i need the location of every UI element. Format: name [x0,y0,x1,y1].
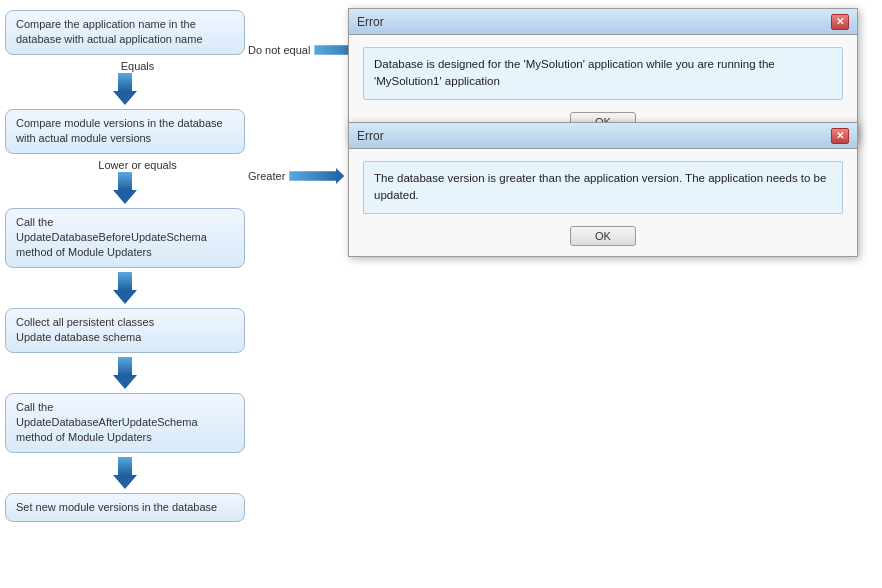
arrow-head-4 [113,375,137,389]
arrow-down-3 [113,272,137,304]
arrow-shaft-3 [118,272,132,290]
arrow-head-1 [113,91,137,105]
arrow-shaft-2 [118,172,132,190]
label-do-not-equal: Do not equal [248,44,310,56]
arrow-down-4 [113,357,137,389]
step5-box: Call the UpdateDatabaseAfterUpdateSchema… [5,393,245,453]
flow-step-6: Set new module versions in the database [5,493,245,522]
dialog-2-close-button[interactable]: ✕ [831,128,849,144]
dialog-1-titlebar: Error ✕ [349,9,857,35]
label-lower-equals: Lower or equals [98,159,176,171]
arrow-shaft-4 [118,357,132,375]
dialog-2-ok-button[interactable]: OK [570,226,636,246]
step2-label: Compare module versions in the database … [16,117,223,144]
dialog-2-body: The database version is greater than the… [349,149,857,256]
dialog-2-titlebar: Error ✕ [349,123,857,149]
flow-step-2: Compare module versions in the database … [5,109,245,154]
step3-box: Call the UpdateDatabaseBeforeUpdateSchem… [5,208,245,268]
label-greater: Greater [248,170,285,182]
dialog-1-close-button[interactable]: ✕ [831,14,849,30]
arrow-head-2 [113,190,137,204]
dialog-2: Error ✕ The database version is greater … [348,122,858,257]
dialog-2-message: The database version is greater than the… [363,161,843,214]
dialog-2-title: Error [357,129,384,143]
flow-step-3: Call the UpdateDatabaseBeforeUpdateSchem… [5,208,245,268]
step2-box: Compare module versions in the database … [5,109,245,154]
arrow-shaft-1 [118,73,132,91]
flow-diagram: Compare the application name in the data… [5,10,245,522]
flow-step-1: Compare the application name in the data… [5,10,245,55]
right-arrow-2 [289,168,344,184]
dialog-1-title: Error [357,15,384,29]
close-icon-2: ✕ [836,130,844,141]
arrow-head-3 [113,290,137,304]
step5-label: Call the UpdateDatabaseAfterUpdateSchema… [16,401,198,444]
flow-step-4: Collect all persistent classes Update da… [5,308,245,353]
arrow-right-2-shape [289,168,344,184]
step1-box: Compare the application name in the data… [5,10,245,55]
arrow-down-1: Equals [96,59,155,105]
step3-label: Call the UpdateDatabaseBeforeUpdateSchem… [16,216,207,259]
step6-box: Set new module versions in the database [5,493,245,522]
label-equals: Equals [121,60,155,72]
flow-step-5: Call the UpdateDatabaseAfterUpdateSchema… [5,393,245,453]
step4-box: Collect all persistent classes Update da… [5,308,245,353]
right-arrow-2-group: Greater [248,168,344,184]
step6-label: Set new module versions in the database [16,501,217,513]
arrow-head-5 [113,475,137,489]
dialog-1-message: Database is designed for the 'MySolution… [363,47,843,100]
step4-label: Collect all persistent classes Update da… [16,316,154,343]
arrow-down-5 [113,457,137,489]
step1-label: Compare the application name in the data… [16,18,203,45]
arrow-shaft-5 [118,457,132,475]
close-icon: ✕ [836,16,844,27]
arrow-down-2: Lower or equals [73,158,176,204]
